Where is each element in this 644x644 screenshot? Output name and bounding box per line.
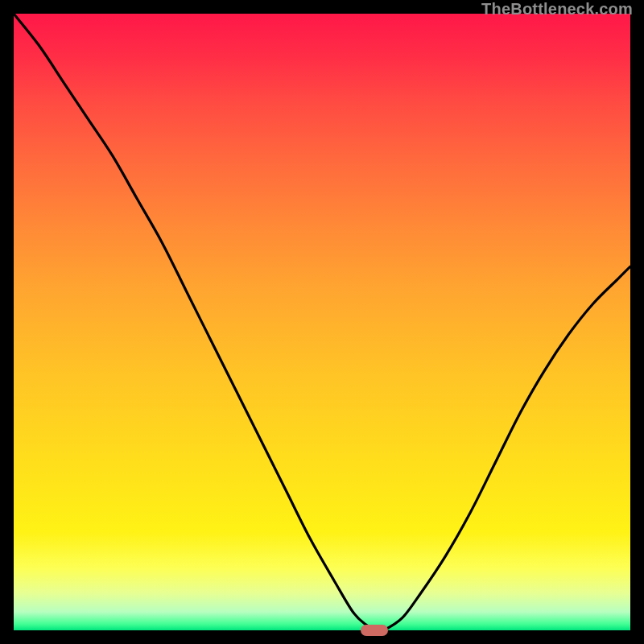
- plot-area: [14, 14, 630, 630]
- optimal-marker: [361, 625, 388, 636]
- bottleneck-curve: [14, 14, 630, 630]
- chart-frame: TheBottleneck.com: [0, 0, 644, 644]
- watermark-text: TheBottleneck.com: [481, 0, 633, 19]
